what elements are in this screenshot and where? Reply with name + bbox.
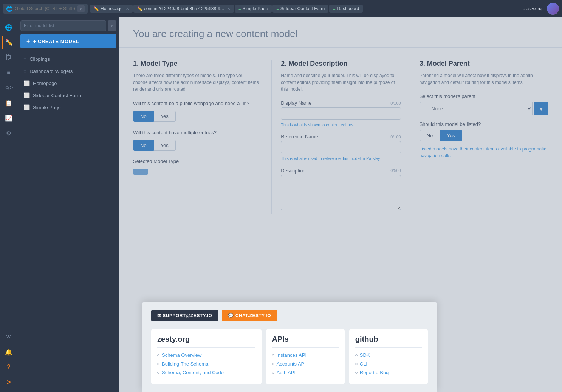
tab-dashboard[interactable]: ≡ Dashboard: [329, 5, 363, 13]
sidebar-filter: ⌕: [17, 17, 119, 34]
rail-globe-icon[interactable]: 🌐: [2, 20, 15, 34]
tab-sidebar-label: Sidebar Contact Form: [280, 6, 325, 11]
tab-homepage-label: Homepage: [101, 6, 123, 11]
rail-code-icon[interactable]: </>: [2, 81, 15, 95]
nav-tabs: ✏️ Homepage ✕ ✏️ content/6-2240a8-bmb8hf…: [90, 5, 518, 13]
zesty-link-0[interactable]: Schema Overview: [157, 352, 255, 358]
icon-rail: 🌐 ✏️ 🖼 ≡ </> 📋 📈 ⚙ 👁 🔔 ? >: [0, 17, 17, 392]
github-link-2-label: Report a Bug: [360, 370, 389, 375]
apis-link-2-label: Auth API: [277, 370, 296, 375]
apis-link-0-label: Instances API: [277, 352, 307, 358]
github-link-2[interactable]: Report a Bug: [355, 370, 422, 375]
top-nav: 🌐 ⌕ ✏️ Homepage ✕ ✏️ content/6-2240a8-bm…: [0, 0, 562, 17]
avatar-image: [547, 3, 559, 15]
dot-icon-2: [157, 363, 159, 365]
zesty-link-2-label: Schema, Content, and Code: [162, 370, 224, 375]
sidebar-item-sidebar-contact-label: Sidebar Contact Form: [33, 93, 81, 98]
sidebar-filter-button[interactable]: ⌕: [108, 20, 116, 31]
zesty-link-2[interactable]: Schema, Content, and Code: [157, 370, 255, 375]
global-search-button[interactable]: ⌕: [77, 5, 85, 12]
apis-link-1[interactable]: Accounts API: [272, 361, 339, 367]
sidebar: ⌕ + + CREATE MODEL ≡ Clippings ≡ Dashboa…: [17, 17, 119, 392]
page-icon: ≡: [238, 6, 241, 11]
rail-leads-icon[interactable]: 📋: [2, 96, 15, 110]
globe-icon: 🌐: [6, 6, 12, 12]
dot-icon-7: [355, 354, 358, 356]
dot-icon-6: [272, 372, 274, 374]
rail-settings-sub-icon[interactable]: ⚙: [2, 126, 15, 140]
domain-label: zesty.org: [520, 6, 545, 11]
apis-link-0[interactable]: Instances API: [272, 352, 339, 358]
sidebar-item-clippings-label: Clippings: [29, 56, 50, 62]
sidebar-item-dashboard-label: Dashboard Widgets: [29, 68, 73, 74]
rail-content-icon[interactable]: ≡: [2, 66, 15, 79]
help-overlay: ✉ SUPPORT@ZESTY.IO 💬 CHAT.ZESTY.IO zesty…: [119, 17, 562, 392]
rail-edit-icon[interactable]: ✏️: [2, 36, 15, 49]
github-link-1-label: CLI: [360, 361, 367, 367]
apis-card-title: APIs: [272, 335, 339, 348]
main-content: You are creating a new content model 1. …: [119, 17, 562, 392]
tab-dashboard-label: Dashboard: [337, 6, 359, 11]
rail-analytics-icon[interactable]: 📈: [2, 111, 15, 125]
help-card-apis: APIs Instances API Accounts API Auth API: [266, 329, 345, 384]
sidebar-item-clippings[interactable]: ≡ Clippings: [17, 53, 119, 65]
rail-bell-icon[interactable]: 🔔: [2, 345, 15, 359]
dot-icon-8: [355, 363, 358, 365]
rail-help-icon[interactable]: ?: [2, 360, 15, 374]
sidebar-filter-input[interactable]: [20, 20, 106, 31]
sidebar-item-homepage-label: Homepage: [33, 81, 57, 86]
sidebar-item-homepage[interactable]: ⬜ Homepage: [17, 77, 119, 89]
dot-icon: [157, 354, 159, 356]
support-button[interactable]: ✉ SUPPORT@ZESTY.IO: [151, 310, 218, 321]
sidebar-item-sidebar-contact[interactable]: ⬜ Sidebar Contact Form: [17, 89, 119, 101]
create-model-label: + CREATE MODEL: [33, 39, 79, 44]
chat-button[interactable]: 💬 CHAT.ZESTY.IO: [222, 310, 277, 321]
rail-bottom: 👁 🔔 ? >: [2, 330, 15, 389]
close-icon[interactable]: ✕: [126, 7, 129, 11]
global-search-input[interactable]: [15, 6, 75, 11]
sidebar-items: ≡ Clippings ≡ Dashboard Widgets ⬜ Homepa…: [17, 51, 119, 392]
rail-eye-icon[interactable]: 👁: [2, 330, 15, 344]
tab-content-label: content/6-2240a8-bmb8hf/7-225688-9...: [144, 6, 224, 11]
zesty-link-1[interactable]: Building The Schema: [157, 361, 255, 367]
tab-content[interactable]: ✏️ content/6-2240a8-bmb8hf/7-225688-9...…: [133, 5, 234, 13]
zesty-link-1-label: Building The Schema: [162, 361, 208, 367]
edit-icon: ✏️: [94, 6, 99, 11]
tab-homepage[interactable]: ✏️ Homepage ✕: [90, 5, 133, 13]
help-card-github: github SDK CLI Report a Bug: [349, 329, 428, 384]
rail-media-icon[interactable]: 🖼: [2, 51, 15, 64]
sidebar-contact-icon: ⬜: [23, 92, 30, 98]
dot-icon-3: [157, 372, 159, 374]
page-icon-3: ≡: [333, 6, 335, 11]
github-link-1[interactable]: CLI: [355, 361, 422, 367]
github-link-0[interactable]: SDK: [355, 352, 422, 358]
tab-simple-page[interactable]: ≡ Simple Page: [235, 5, 272, 13]
help-panel: ✉ SUPPORT@ZESTY.IO 💬 CHAT.ZESTY.IO zesty…: [142, 302, 437, 392]
dashboard-widgets-icon: ≡: [23, 68, 26, 74]
apis-link-1-label: Accounts API: [277, 361, 306, 367]
page-icon-2: ≡: [276, 6, 279, 11]
clippings-icon: ≡: [23, 56, 26, 62]
main-layout: 🌐 ✏️ 🖼 ≡ </> 📋 📈 ⚙ 👁 🔔 ? > ⌕ + + CREATE …: [0, 17, 562, 392]
global-search: 🌐 ⌕: [3, 4, 88, 14]
simple-page-icon: ⬜: [23, 104, 30, 110]
sidebar-item-dashboard-widgets[interactable]: ≡ Dashboard Widgets: [17, 65, 119, 77]
create-model-button[interactable]: + + CREATE MODEL: [20, 34, 116, 48]
sidebar-item-simple-page-label: Simple Page: [33, 105, 61, 110]
dot-icon-9: [355, 372, 358, 374]
homepage-icon: ⬜: [23, 80, 30, 86]
help-actions: ✉ SUPPORT@ZESTY.IO 💬 CHAT.ZESTY.IO: [151, 310, 428, 321]
apis-link-2[interactable]: Auth API: [272, 370, 339, 375]
zesty-link-0-label: Schema Overview: [162, 352, 201, 358]
github-link-0-label: SDK: [360, 352, 370, 358]
close-icon-2[interactable]: ✕: [227, 7, 230, 11]
sidebar-item-simple-page[interactable]: ⬜ Simple Page: [17, 101, 119, 113]
help-card-zesty: zesty.org Schema Overview Building The S…: [151, 329, 262, 384]
help-cards: zesty.org Schema Overview Building The S…: [151, 329, 428, 384]
plus-icon: +: [26, 38, 30, 45]
edit-icon-2: ✏️: [137, 6, 142, 11]
zesty-card-title: zesty.org: [157, 335, 255, 348]
rail-zesty-logo[interactable]: >: [2, 375, 15, 389]
tab-sidebar-contact[interactable]: ≡ Sidebar Contact Form: [272, 5, 328, 13]
user-avatar[interactable]: [547, 3, 559, 15]
